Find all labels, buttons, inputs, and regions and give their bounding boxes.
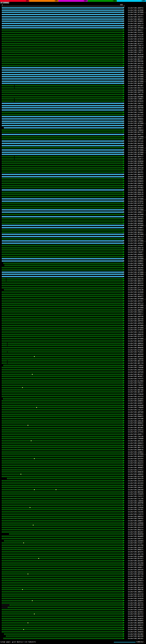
hit-bar[interactable] bbox=[2, 329, 123, 330]
hit-bar[interactable] bbox=[2, 223, 123, 224]
hit-label[interactable]: UniRef100_Q5CYI2 bbox=[128, 613, 143, 615]
hit-bar[interactable] bbox=[2, 560, 123, 561]
hit-bar[interactable] bbox=[2, 485, 123, 486]
hit-bar[interactable] bbox=[2, 309, 123, 310]
hit-bar[interactable] bbox=[2, 429, 123, 430]
hit-label[interactable]: UniRef100_Q3T9D5 bbox=[128, 162, 143, 164]
hit-bar[interactable] bbox=[2, 427, 123, 428]
hit-bar[interactable] bbox=[2, 158, 123, 160]
hit-bar[interactable] bbox=[2, 238, 123, 240]
hit-label[interactable]: UniRef100_Q5ASV3 bbox=[128, 462, 143, 464]
hit-label[interactable]: UniRef100_C5P6X6 bbox=[128, 507, 143, 508]
hit-row[interactable]: UniRef100_A9PFK9 bbox=[0, 320, 146, 322]
hit-bar[interactable] bbox=[2, 631, 123, 632]
hit-row[interactable]: UniRef100_P26321 bbox=[0, 382, 146, 384]
hit-row[interactable]: UniRef100_A3LP14 bbox=[0, 396, 146, 398]
hit-row[interactable]: UniRef100_Q2S7R8 bbox=[0, 544, 146, 546]
hit-row[interactable]: UniRef100_A5KDC6 bbox=[0, 631, 146, 633]
hit-label[interactable]: UniRef100_O44240 bbox=[128, 249, 143, 251]
hit-row[interactable]: UniRef100_A4RB88 bbox=[0, 522, 146, 524]
hit-row[interactable]: UniRef100_Q9SF16 bbox=[0, 247, 146, 249]
hit-label[interactable]: UniRef100_A7T137 bbox=[128, 287, 143, 289]
hit-label[interactable]: UniRef100_Q0QR71 bbox=[128, 127, 143, 129]
hit-label[interactable]: UniRef100_A4RB88 bbox=[128, 522, 143, 524]
hit-bar[interactable] bbox=[2, 300, 123, 302]
hit-label[interactable]: UniRef100_Q6EE93 bbox=[128, 282, 143, 284]
hit-label[interactable]: UniRef100_B5DLY6 bbox=[128, 192, 143, 193]
hit-row[interactable]: UniRef100_C8VWF0 bbox=[0, 493, 146, 495]
hit-bar[interactable] bbox=[2, 227, 123, 228]
hit-label[interactable]: UniRef100_Q8IAQ7 bbox=[128, 578, 143, 580]
hit-row[interactable]: UniRef100_UPI000... bbox=[0, 198, 146, 200]
hit-label[interactable]: UniRef100_UPI000... bbox=[128, 122, 146, 124]
hit-label[interactable]: UniRef100_B8MZE4 bbox=[128, 516, 143, 518]
hit-row[interactable]: UniRef100_A9UT63 bbox=[0, 369, 146, 371]
hit-row[interactable]: UniRef100_Q4UDE7 bbox=[0, 402, 146, 404]
hit-label[interactable]: UniRef100_A9ZT70 bbox=[128, 92, 143, 93]
hit-bar[interactable] bbox=[2, 542, 123, 544]
hit-row[interactable]: UniRef100_B6Q233 bbox=[0, 529, 146, 531]
hit-row[interactable]: UniRef100_Q2UIR4 bbox=[0, 458, 146, 460]
hit-row[interactable]: UniRef100_B6TYP7 bbox=[0, 58, 146, 60]
hit-bar[interactable] bbox=[2, 190, 123, 190]
hit-row[interactable]: UniRef100_A7AP52 bbox=[0, 618, 146, 620]
hit-row[interactable]: UniRef100_Q9YHW5 bbox=[0, 153, 146, 156]
hit-row[interactable]: UniRef100_Q22698 bbox=[0, 9, 146, 12]
hit-row[interactable]: UniRef100_A6ZWC1 bbox=[0, 375, 146, 378]
hit-bar[interactable] bbox=[2, 471, 123, 472]
hit-row[interactable]: UniRef100_Q84V92 bbox=[0, 82, 146, 84]
hit-row[interactable]: UniRef100_Q4WWT2 bbox=[0, 520, 146, 522]
hit-bar[interactable] bbox=[2, 322, 123, 324]
hit-label[interactable]: UniRef100_B6AGE0 bbox=[128, 616, 143, 617]
hit-row[interactable]: UniRef100_UPI000... bbox=[0, 149, 146, 151]
hit-row[interactable]: UniRef100_B5TFA6 bbox=[0, 131, 146, 134]
hit-bar[interactable] bbox=[2, 349, 123, 350]
hit-label[interactable]: UniRef100_B6TH69 bbox=[128, 67, 143, 69]
hit-bar[interactable] bbox=[2, 36, 123, 37]
hit-bar[interactable] bbox=[2, 249, 123, 250]
hit-row[interactable]: UniRef100_B4PZH3 bbox=[0, 204, 146, 207]
hit-row[interactable]: UniRef100_B7PJX5 bbox=[0, 216, 146, 218]
hit-bar[interactable] bbox=[2, 7, 123, 8]
hit-bar[interactable] bbox=[2, 524, 123, 526]
hit-row[interactable]: UniRef100_Q3BWV5 bbox=[0, 262, 146, 264]
hit-row[interactable]: UniRef100_A8UEW1 bbox=[0, 222, 146, 224]
hit-label[interactable]: UniRef100_Q22698 bbox=[128, 9, 143, 11]
hit-label[interactable]: UniRef100_Q45138 bbox=[128, 62, 143, 64]
hit-row[interactable]: UniRef100_Q0CFY9 bbox=[0, 446, 146, 449]
hit-label[interactable]: UniRef100_C1BF87 bbox=[128, 49, 143, 51]
hit-label[interactable]: UniRef100_Q55VK9 bbox=[128, 482, 143, 484]
hit-label[interactable]: UniRef100_A0CX91 bbox=[128, 638, 143, 640]
hit-row[interactable]: UniRef100_Q6C478 bbox=[0, 360, 146, 362]
hit-label[interactable]: UniRef100_Q8ITA8 bbox=[128, 318, 143, 320]
hit-bar[interactable] bbox=[2, 385, 123, 386]
hit-row[interactable]: UniRef100_B7FFQ0 bbox=[0, 476, 146, 478]
hit-label[interactable]: UniRef100_A5DL86 bbox=[128, 424, 143, 426]
hit-label[interactable]: UniRef100_B3L7S5 bbox=[128, 576, 143, 577]
hit-bar[interactable] bbox=[2, 458, 123, 459]
hit-bar[interactable] bbox=[2, 514, 123, 515]
hit-bar[interactable] bbox=[2, 316, 123, 317]
hit-label[interactable]: UniRef100_C1BLC4 bbox=[128, 45, 143, 46]
hit-bar[interactable] bbox=[2, 180, 123, 182]
hit-row[interactable]: UniRef100_P47962 bbox=[0, 187, 146, 189]
hit-bar[interactable] bbox=[2, 520, 123, 521]
hit-label[interactable]: UniRef100_C1GFV3 bbox=[128, 513, 143, 515]
hit-label[interactable]: UniRef100_P49227 bbox=[128, 238, 143, 240]
hit-bar[interactable] bbox=[2, 356, 123, 357]
hit-bar[interactable] bbox=[2, 120, 123, 122]
hit-bar[interactable] bbox=[9, 534, 123, 534]
hit-bar[interactable] bbox=[2, 20, 123, 22]
hit-label[interactable]: UniRef100_A8PSW9 bbox=[128, 411, 143, 413]
hit-label[interactable]: UniRef100_UPI000... bbox=[128, 147, 146, 149]
hit-bar[interactable] bbox=[2, 305, 123, 306]
hit-label[interactable]: UniRef100_B5Z558 bbox=[128, 54, 143, 56]
hit-label[interactable]: UniRef100_B9SEY9 bbox=[128, 22, 143, 24]
hit-label[interactable]: UniRef100_UPI000... bbox=[128, 69, 146, 71]
hit-label[interactable]: UniRef100_B2B5Q2 bbox=[128, 464, 143, 466]
hit-row[interactable]: UniRef100_A7T137 bbox=[0, 287, 146, 289]
hit-label[interactable]: UniRef100_B0XFW2 bbox=[128, 491, 143, 493]
hit-label[interactable]: UniRef100_C9ZZL3 bbox=[128, 496, 143, 497]
hit-row[interactable]: UniRef100_UPI000... bbox=[0, 453, 146, 455]
hit-bar[interactable] bbox=[3, 263, 123, 264]
